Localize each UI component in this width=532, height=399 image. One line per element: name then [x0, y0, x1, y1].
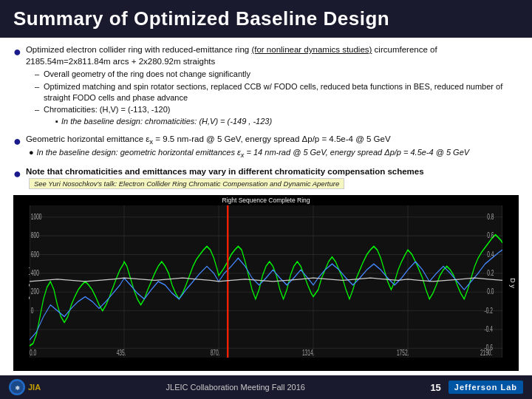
bullet-1-link: (for nonlinear dynamics studies): [251, 45, 372, 54]
sub-dash-1: –: [35, 69, 39, 80]
sub-b2-suffix: = 14 nm-rad @ 5 GeV, energy spread Δp/p …: [244, 148, 469, 157]
bullet-2-prefix: Geometric horizontal emittance ε: [26, 134, 149, 143]
svg-text:400: 400: [31, 268, 39, 277]
sub-item-3: – Chromaticities: (H,V) = (-113, -120) ▪…: [35, 104, 519, 128]
sub-text-2: Optimized matching and spin rotator sect…: [44, 81, 519, 104]
chart-svg: 1000 800 600 400 200 0 0.8 0.6 0.4 0.2 0…: [30, 205, 502, 358]
bullet-dot-1: ●: [13, 44, 21, 60]
jlab-logo: Jefferson Lab: [449, 381, 523, 394]
conference-text: JLEIC Collaboration Meeting Fall 2016: [166, 383, 305, 392]
footer-jia-label: JIA: [28, 383, 41, 392]
svg-text:435.: 435.: [117, 348, 126, 357]
svg-text:1314.: 1314.: [302, 348, 314, 357]
sub-b2-prefix: In the baseline design: geometric horizo…: [37, 148, 241, 157]
svg-text:0.0: 0.0: [30, 348, 36, 357]
page-number: 15: [430, 382, 440, 393]
slide: Summary of Optimized Baseline Design ● O…: [0, 0, 532, 399]
bullet-3-main: Note that chromaticities and emittances …: [26, 167, 424, 176]
svg-text:-0.4: -0.4: [485, 324, 493, 333]
chart-y-label-right: D y: [508, 278, 516, 288]
sub-text-1: Overall geometry of the ring does not ch…: [44, 69, 250, 80]
sub-dash-3: –: [35, 104, 39, 115]
see-note: See Yuri Nosochkov's talk: Electron Coll…: [29, 178, 344, 189]
bullet-3: ● Note that chromaticities and emittance…: [13, 166, 519, 189]
bullet-1-prefix: Optimized electron collider ring with re…: [26, 45, 252, 54]
sub-bullet2-text: In the baseline design: geometric horizo…: [37, 147, 470, 160]
svg-text:-0.2: -0.2: [485, 306, 493, 315]
bullet-1-text: Optimized electron collider ring with re…: [26, 44, 519, 129]
sub-sub-bullet-1: ▪: [55, 116, 58, 127]
sub-item-1: – Overall geometry of the ring does not …: [35, 69, 519, 80]
sub-bullet2-dot: ●: [29, 147, 34, 158]
svg-text:200: 200: [31, 287, 39, 296]
footer-conference: JLEIC Collaboration Meeting Fall 2016: [166, 383, 305, 392]
sub-sub-bullet2: ● In the baseline design: geometric hori…: [29, 147, 469, 160]
svg-text:0.4: 0.4: [487, 250, 494, 259]
footer-left: ⚛ JIA: [9, 379, 41, 395]
sub-sub-text-1: In the baseline design: chromaticities: …: [61, 116, 272, 127]
sub-sub-1: ▪ In the baseline design: chromaticities…: [55, 116, 272, 127]
sub-text-3: Chromaticities: (H,V) = (-113, -120): [44, 105, 170, 114]
bullet-1: ● Optimized electron collider ring with …: [13, 44, 519, 129]
chart-area: β x, β y (m) D y Right Sequence Complete…: [13, 195, 519, 371]
bullet-dot-3: ●: [13, 166, 21, 182]
bullet-dot-2: ●: [13, 134, 21, 149]
bullet-2: ● Geometric horizontal emittance εx = 9.…: [13, 133, 519, 161]
sub-text-3-container: Chromaticities: (H,V) = (-113, -120) ▪ I…: [44, 104, 272, 128]
svg-text:0.6: 0.6: [487, 231, 494, 240]
footer: ⚛ JIA JLEIC Collaboration Meeting Fall 2…: [0, 375, 532, 399]
bullet-2-text: Geometric horizontal emittance εx = 9.5 …: [26, 133, 469, 161]
svg-text:800: 800: [31, 231, 39, 240]
svg-text:0: 0: [31, 306, 34, 315]
csa-circle-icon: ⚛: [9, 379, 25, 395]
sub-item-2: – Optimized matching and spin rotator se…: [35, 81, 519, 104]
svg-text:0.0: 0.0: [487, 287, 494, 296]
svg-text:⚛: ⚛: [15, 385, 20, 392]
bullet-2-suffix: = 9.5 nm-rad @ 5 GeV, energy spread Δp/p…: [153, 134, 390, 143]
footer-csa-logo: ⚛ JIA: [9, 379, 41, 395]
bullet-1-sublist: – Overall geometry of the ring does not …: [35, 69, 519, 128]
svg-text:870.: 870.: [211, 348, 220, 357]
slide-content: ● Optimized electron collider ring with …: [0, 38, 532, 375]
sub-dash-2: –: [35, 81, 39, 92]
title-text: Summary of Optimized Baseline Design: [13, 7, 389, 30]
jlab-text: Jefferson Lab: [454, 383, 517, 392]
svg-text:1752.: 1752.: [397, 348, 409, 357]
footer-right: 15 Jefferson Lab: [430, 381, 523, 394]
bullet-3-text: Note that chromaticities and emittances …: [26, 166, 519, 189]
chart-title: Right Sequence Complete Ring: [222, 197, 310, 204]
svg-text:1000: 1000: [31, 212, 42, 221]
svg-text:2190.: 2190.: [480, 348, 492, 357]
svg-text:0.2: 0.2: [487, 268, 494, 277]
svg-text:0.8: 0.8: [487, 212, 494, 221]
slide-title: Summary of Optimized Baseline Design: [0, 0, 532, 38]
svg-text:600: 600: [31, 250, 39, 259]
